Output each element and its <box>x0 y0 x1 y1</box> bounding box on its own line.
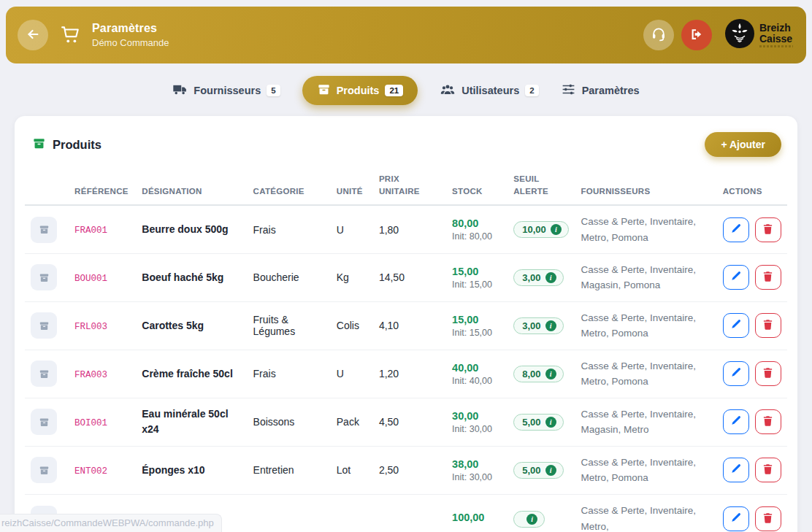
breizh-ermine-icon <box>725 19 754 51</box>
delete-button[interactable] <box>755 458 781 482</box>
tab-badge: 21 <box>385 85 403 96</box>
col-unite: UNITÉ <box>331 169 373 205</box>
info-icon[interactable]: i <box>545 272 556 283</box>
product-reference: FRA001 <box>74 225 107 236</box>
pencil-icon <box>730 512 741 525</box>
trash-icon <box>762 367 773 380</box>
trash-icon <box>762 223 773 236</box>
app-header: Paramètres Démo Commande Breizh Caisse <box>6 7 806 63</box>
product-stock: 15,00 <box>452 266 502 277</box>
drag-box-icon[interactable] <box>31 312 57 339</box>
product-unite: Kg <box>337 271 349 283</box>
tab-fournisseurs[interactable]: Fournisseurs 5 <box>172 82 280 99</box>
product-categorie: Frais <box>253 368 276 379</box>
support-button[interactable] <box>643 20 674 50</box>
product-reference: ENT002 <box>74 466 107 477</box>
delete-button[interactable] <box>755 265 781 290</box>
edit-button[interactable] <box>723 265 749 290</box>
product-stock: 38,00 <box>452 458 502 470</box>
product-categorie: Frais <box>253 224 276 236</box>
info-icon[interactable]: i <box>551 224 562 235</box>
product-stock: 15,00 <box>452 314 502 325</box>
product-fournisseurs: Casse & Perte, Inventaire, Metro, Pomona <box>581 312 696 339</box>
drag-box-icon[interactable] <box>31 217 57 243</box>
tab-badge: 5 <box>267 85 280 96</box>
drag-box-icon[interactable] <box>31 361 57 387</box>
product-reference: FRA003 <box>74 370 107 380</box>
trash-icon <box>762 415 773 428</box>
product-stock-init: Init: 30,00 <box>452 472 502 482</box>
logout-icon <box>689 26 705 45</box>
product-designation: Éponges x10 <box>142 464 204 476</box>
delete-button[interactable] <box>755 217 781 242</box>
brand-tagline <box>759 45 793 47</box>
sliders-icon <box>561 82 576 99</box>
product-reference: FRL003 <box>74 322 107 332</box>
info-icon[interactable]: i <box>545 417 556 428</box>
products-table-body: FRA001 Beurre doux 500g Frais U 1,80 80,… <box>25 205 787 532</box>
pencil-icon <box>730 271 741 284</box>
alert-threshold-badge: 5,00 i <box>513 414 563 431</box>
threshold-value: 5,00 <box>522 465 540 476</box>
edit-button[interactable] <box>723 458 749 482</box>
add-product-button[interactable]: + Ajouter <box>705 132 781 157</box>
edit-button[interactable] <box>723 313 749 338</box>
tab-parametres[interactable]: Paramètres <box>561 82 640 99</box>
panel-title: Produits <box>53 138 102 152</box>
brand-name-line2: Caisse <box>759 34 793 44</box>
product-reference: BOI001 <box>74 418 107 428</box>
delete-button[interactable] <box>755 409 781 434</box>
users-icon <box>440 82 456 100</box>
edit-button[interactable] <box>723 506 749 531</box>
delete-button[interactable] <box>755 506 781 531</box>
info-icon[interactable]: i <box>545 465 556 476</box>
product-unite: Pack <box>337 416 359 428</box>
tab-utilisateurs[interactable]: Utilisateurs 2 <box>440 82 538 100</box>
edit-button[interactable] <box>723 409 749 434</box>
truck-icon <box>172 82 188 99</box>
col-prix-unitaire: PRIX UNITAIRE <box>373 169 446 205</box>
pencil-icon <box>730 319 741 332</box>
alert-threshold-badge: 5,00 i <box>513 462 563 479</box>
table-row: FRL003 Carottes 5kg Fruits & Légumes Col… <box>25 301 787 350</box>
product-designation: Boeuf haché 5kg <box>142 271 223 283</box>
pencil-icon <box>730 463 741 477</box>
trash-icon <box>762 271 773 284</box>
product-designation: Eau minérale 50cl x24 <box>142 408 228 435</box>
product-unite: U <box>337 224 344 236</box>
logout-button[interactable] <box>681 20 712 50</box>
trash-icon <box>762 463 773 477</box>
product-prix: 2,50 <box>379 464 399 476</box>
headset-icon <box>650 26 667 45</box>
product-stock: 100,00 <box>452 512 502 523</box>
col-seuil-alerte: SEUIL ALERTE <box>508 169 575 205</box>
tab-label: Utilisateurs <box>461 85 519 96</box>
edit-button[interactable] <box>723 217 749 242</box>
product-unite: Lot <box>337 464 351 476</box>
pencil-icon <box>730 415 741 428</box>
product-categorie: Fruits & Légumes <box>253 314 296 337</box>
back-button[interactable] <box>18 20 48 50</box>
edit-button[interactable] <box>723 361 749 386</box>
drag-box-icon[interactable] <box>31 409 57 435</box>
col-designation: DÉSIGNATION <box>136 169 247 205</box>
alert-threshold-badge: 3,00 i <box>513 317 563 334</box>
product-designation: Beurre doux 500g <box>142 223 228 235</box>
info-icon[interactable]: i <box>545 369 556 379</box>
info-icon[interactable]: i <box>526 514 537 525</box>
table-row: FRA003 Crème fraîche 50cl Frais U 1,20 4… <box>25 350 787 398</box>
tab-produits[interactable]: Produits 21 <box>302 76 418 105</box>
brand-logo: Breizh Caisse <box>725 19 793 51</box>
drag-box-icon[interactable] <box>31 457 57 483</box>
table-row: ENT002 Éponges x10 Entretien Lot 2,50 38… <box>25 446 787 494</box>
drag-box-icon[interactable] <box>31 264 57 290</box>
product-fournisseurs: Casse & Perte, Inventaire, Metro, Pomona <box>581 216 696 243</box>
delete-button[interactable] <box>755 313 781 338</box>
col-categorie: CATÉGORIE <box>248 169 331 205</box>
table-row: BOU001 Boeuf haché 5kg Boucherie Kg 14,5… <box>25 253 787 301</box>
table-row: BOI001 Eau minérale 50cl x24 Boissons Pa… <box>25 398 787 446</box>
info-icon[interactable]: i <box>545 320 556 331</box>
product-stock-init: Init: 15,00 <box>452 280 502 290</box>
product-stock: 40,00 <box>452 362 502 374</box>
delete-button[interactable] <box>755 361 781 386</box>
